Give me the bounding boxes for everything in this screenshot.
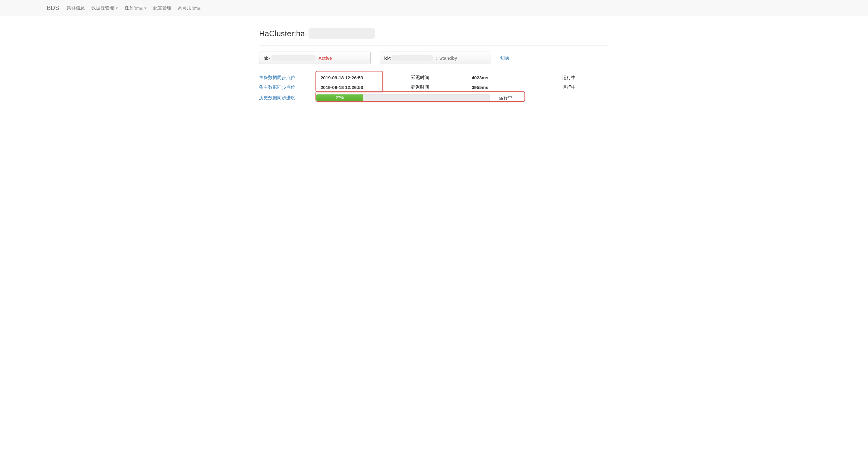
chevron-down-icon [116,7,118,9]
delay-label: 延迟时间 [410,85,472,90]
sync-timestamp: 2019-09-18 12:26:53 [316,75,410,80]
top-navbar: BDS 集群信息 数据源管理 任务管理 配置管理 高可用管理 [0,0,868,16]
progress-label: 历史数据同步进度 [259,95,316,101]
nav-item-datasource[interactable]: 数据源管理 [91,5,118,11]
nav-item-label: 高可用管理 [178,5,200,11]
nav-item-label: 配置管理 [153,5,171,11]
switch-link[interactable]: 切换 [500,55,509,61]
nav-item-cluster-info[interactable]: 集群信息 [67,5,85,11]
delay-label: 延迟时间 [410,75,472,81]
nav-item-label: 数据源管理 [91,5,114,11]
page-title-prefix: HaCluster:ha- [259,29,307,38]
active-status-badge: Active [318,56,332,61]
sync-section: 主备数据同步点位 2019-09-18 12:26:53 延迟时间 4023ms… [259,73,609,103]
cluster-prefix: ld-t [384,56,391,61]
sync-row-primary-to-standby: 主备数据同步点位 2019-09-18 12:26:53 延迟时间 4023ms… [259,73,609,82]
cluster-prefix: hb- [264,56,270,61]
active-cluster-box[interactable]: hb- Active [259,52,371,64]
sync-status: 运行中 [562,75,576,81]
progress-bar: 27% [316,94,490,101]
delay-value: 3955ms [472,85,562,90]
sync-timestamp: 2019-09-18 12:26:53 [316,85,410,90]
nav-item-ha[interactable]: 高可用管理 [178,5,200,11]
redacted-cluster-name [391,55,433,61]
chevron-down-icon [144,7,147,9]
sync-row-standby-to-primary: 备主数据同步点位 2019-09-18 12:26:53 延迟时间 3955ms… [259,82,609,92]
sync-table: 主备数据同步点位 2019-09-18 12:26:53 延迟时间 4023ms… [259,73,609,103]
main-container: HaCluster:ha- hb- Active ld-t ; Standby … [256,28,612,103]
sync-label: 主备数据同步点位 [259,75,316,81]
nav-item-task[interactable]: 任务管理 [125,5,147,11]
redacted-cluster-name [271,55,316,61]
standby-status-badge: Standby [439,56,457,61]
delay-value: 4023ms [472,75,562,80]
sync-status: 运行中 [562,85,576,90]
nav-item-config[interactable]: 配置管理 [153,5,171,11]
page-title: HaCluster:ha- [259,28,609,39]
semicolon: ; [436,56,437,60]
progress-fill: 27% [316,94,363,101]
progress-wrap: 27% 运行中 [316,94,525,101]
progress-status: 运行中 [499,95,513,101]
cluster-selector-row: hb- Active ld-t ; Standby 切换 [259,52,609,64]
standby-cluster-box[interactable]: ld-t ; Standby [380,52,491,64]
nav-item-label: 任务管理 [125,5,143,11]
nav-menu: 集群信息 数据源管理 任务管理 配置管理 高可用管理 [67,5,207,11]
history-sync-progress-row: 历史数据同步进度 27% 运行中 [259,92,609,103]
redacted-cluster-id [309,28,375,39]
divider [259,45,609,46]
sync-label: 备主数据同步点位 [259,85,316,90]
brand-logo[interactable]: BDS [47,4,59,11]
nav-item-label: 集群信息 [67,5,85,11]
